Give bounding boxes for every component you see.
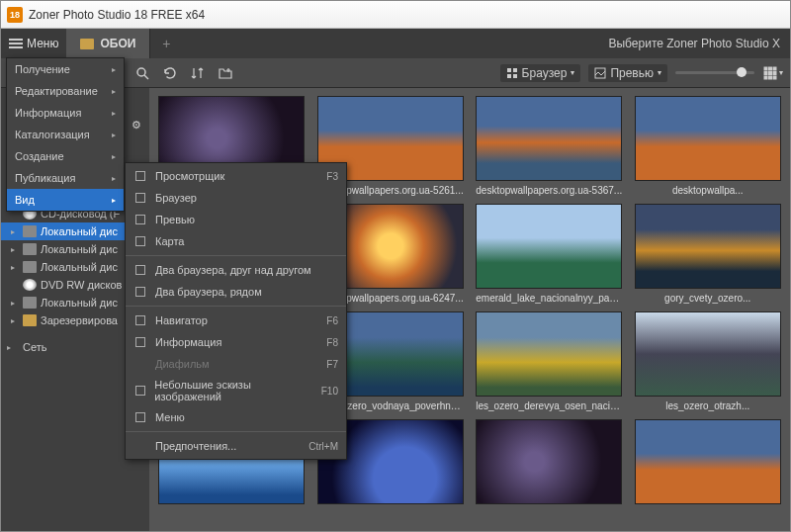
submenu-item-label: Небольшие эскизы изображений xyxy=(154,379,312,402)
grid-menu-button[interactable]: ▾ xyxy=(762,62,784,84)
sort-icon[interactable] xyxy=(187,62,209,84)
submenu-item[interactable]: Превью xyxy=(126,209,346,230)
thumbnail[interactable]: les_ozero_otrazh... xyxy=(634,311,783,411)
menu-item-label: Информация xyxy=(15,107,81,119)
network-label: Сеть xyxy=(23,341,46,353)
thumbnail-image xyxy=(635,311,781,397)
svg-rect-7 xyxy=(764,67,767,70)
submenu-item[interactable]: Браузер xyxy=(126,187,346,209)
submenu-item-label: Навигатор xyxy=(155,314,208,326)
menu-item-label: Публикация xyxy=(15,172,75,184)
search-icon[interactable] xyxy=(132,62,153,84)
thumbnail[interactable] xyxy=(634,419,783,508)
thumbnail[interactable]: emerald_lake_nacionalnyy_park... xyxy=(475,204,624,304)
thumbnail[interactable]: gory_cvety_ozero... xyxy=(634,204,783,304)
thumbnail-label: les_ozero_derevya_osen_nacion... xyxy=(476,400,622,411)
submenu-item-icon xyxy=(133,285,147,299)
thumbnail-label: desktopwallpapers.org.ua-5367... xyxy=(476,185,622,196)
menu-item[interactable]: Вид▸ xyxy=(7,189,124,211)
window-title: Zoner Photo Studio 18 FREE x64 xyxy=(29,8,205,22)
submenu-item-icon xyxy=(133,263,147,277)
preview-view-label: Превью xyxy=(610,66,654,80)
svg-rect-11 xyxy=(769,71,772,74)
browser-view-button[interactable]: Браузер ▾ xyxy=(500,64,581,82)
submenu-item[interactable]: Два браузера, друг над другом xyxy=(126,259,346,281)
submenu-arrow-icon: ▸ xyxy=(112,152,116,161)
submenu-item[interactable]: ИнформацияF8 xyxy=(126,331,346,353)
submenu-arrow-icon: ▸ xyxy=(112,87,116,96)
thumbnail-image xyxy=(476,96,622,181)
submenu-item-icon xyxy=(133,169,147,183)
menu-button[interactable]: Меню xyxy=(1,29,66,58)
thumbnail-label: desktopwallpa... xyxy=(672,185,744,196)
thumbnail-image xyxy=(635,419,781,504)
thumbnail-size-slider[interactable] xyxy=(675,71,754,74)
menu-item[interactable]: Информация▸ xyxy=(7,102,124,124)
refresh-icon[interactable] xyxy=(159,62,181,84)
svg-rect-14 xyxy=(769,76,772,79)
tab-label: ОБОИ xyxy=(100,37,135,50)
drive-icon xyxy=(23,243,37,255)
submenu-item-label: Карта xyxy=(155,235,184,247)
submenu-arrow-icon: ▸ xyxy=(112,65,116,74)
browser-view-label: Браузер xyxy=(522,66,568,80)
titlebar: 18 Zoner Photo Studio 18 FREE x64 xyxy=(1,1,790,29)
shortcut-label: F3 xyxy=(326,171,338,182)
submenu-item[interactable]: Карта xyxy=(126,230,346,252)
menu-item[interactable]: Получение▸ xyxy=(7,58,124,80)
submenu-item-icon xyxy=(133,357,147,371)
svg-rect-9 xyxy=(773,67,776,70)
shortcut-label: F6 xyxy=(326,315,338,326)
new-tab-button[interactable]: + xyxy=(150,36,182,51)
menu-item[interactable]: Редактирование▸ xyxy=(7,80,124,102)
submenu-item-label: Диафильм xyxy=(155,358,210,370)
menu-item-label: Создание xyxy=(15,150,64,162)
submenu-item[interactable]: Предпочтения...Ctrl+M xyxy=(126,435,346,457)
svg-point-0 xyxy=(137,68,145,76)
submenu-item[interactable]: ПросмотрщикF3 xyxy=(126,165,346,187)
thumbnail-image xyxy=(635,96,781,181)
svg-rect-8 xyxy=(769,67,772,70)
tree-item-label: Локальный дис xyxy=(41,225,118,237)
tab-oboi[interactable]: ОБОИ xyxy=(66,29,150,58)
svg-line-1 xyxy=(144,75,148,79)
thumbnail[interactable] xyxy=(475,419,624,508)
menu-item[interactable]: Создание▸ xyxy=(7,145,124,167)
folder-icon xyxy=(80,39,94,49)
svg-rect-5 xyxy=(513,74,517,78)
submenu-item[interactable]: НавигаторF6 xyxy=(126,310,346,331)
submenu-item-label: Предпочтения... xyxy=(155,440,236,452)
submenu-item-icon xyxy=(133,410,147,424)
submenu-arrow-icon: ▸ xyxy=(112,131,116,139)
preview-view-button[interactable]: Превью ▾ xyxy=(588,64,667,82)
menu-item[interactable]: Публикация▸ xyxy=(7,167,124,189)
tree-item-label: Зарезервирова xyxy=(41,314,118,326)
app-badge: 18 xyxy=(7,7,23,23)
menu-item-label: Вид xyxy=(15,194,35,206)
shortcut-label: F7 xyxy=(326,359,338,370)
submenu-item-icon xyxy=(133,335,147,349)
thumbnail[interactable]: desktopwallpa... xyxy=(634,96,783,196)
submenu-item: ДиафильмF7 xyxy=(126,353,346,375)
submenu-item[interactable]: Два браузера, рядом xyxy=(126,281,346,303)
thumbnail[interactable]: desktopwallpapers.org.ua-5367... xyxy=(475,96,624,196)
menu-item[interactable]: Каталогизация▸ xyxy=(7,124,124,145)
svg-rect-2 xyxy=(507,68,511,72)
chevron-down-icon: ▾ xyxy=(571,68,574,77)
promo-link[interactable]: Выберите Zoner Photo Studio X xyxy=(608,37,790,50)
submenu-arrow-icon: ▸ xyxy=(112,109,116,118)
svg-rect-12 xyxy=(773,71,776,74)
submenu-item[interactable]: Небольшие эскизы изображенийF10 xyxy=(126,375,346,406)
submenu-item-icon xyxy=(133,439,147,453)
new-folder-icon[interactable] xyxy=(215,62,236,84)
menu-item-label: Получение xyxy=(15,63,70,75)
submenu-item-icon xyxy=(133,191,147,205)
submenu-arrow-icon: ▸ xyxy=(112,174,116,183)
thumbnail-label: les_ozero_otrazh... xyxy=(665,400,749,411)
submenu-item[interactable]: Меню xyxy=(126,406,346,428)
thumbnail[interactable]: les_ozero_derevya_osen_nacion... xyxy=(475,311,624,411)
submenu-item-icon xyxy=(133,234,147,248)
svg-rect-3 xyxy=(513,68,517,72)
sidebar-gear-icon[interactable]: ⚙ xyxy=(128,116,145,133)
drive-icon xyxy=(23,297,37,309)
